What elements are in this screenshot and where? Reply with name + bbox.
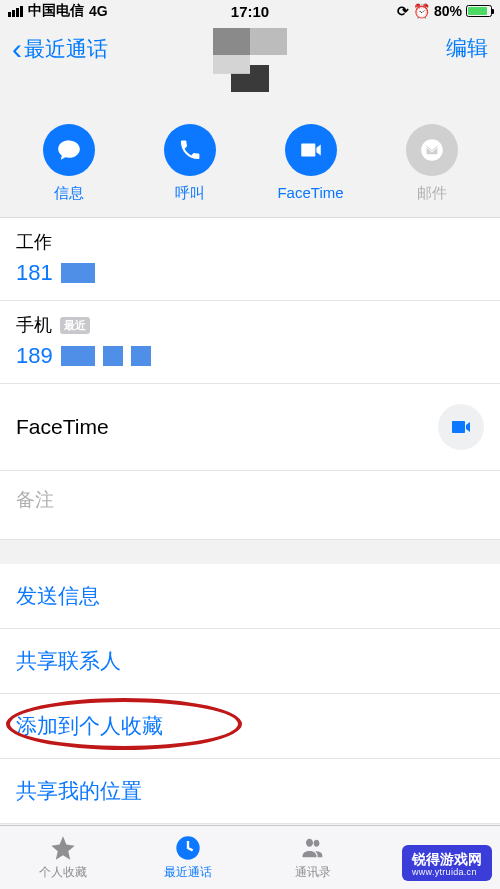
watermark-title: 锐得游戏网 bbox=[412, 851, 482, 867]
people-icon bbox=[298, 834, 328, 862]
work-phone-label: 工作 bbox=[16, 230, 484, 254]
masked-block bbox=[61, 346, 95, 366]
add-favorite-label: 添加到个人收藏 bbox=[16, 714, 163, 737]
phone-icon bbox=[164, 124, 216, 176]
recent-badge: 最近 bbox=[60, 317, 90, 334]
tab-recents-label: 最近通话 bbox=[164, 864, 212, 881]
tab-recents[interactable]: 最近通话 bbox=[125, 826, 250, 889]
video-icon bbox=[285, 124, 337, 176]
notes-label: 备注 bbox=[16, 489, 54, 510]
loading-icon: ⟳ bbox=[397, 3, 409, 19]
message-icon bbox=[43, 124, 95, 176]
share-contact-row[interactable]: 共享联系人 bbox=[0, 629, 500, 694]
facetime-label: FaceTime bbox=[277, 184, 343, 201]
chevron-left-icon: ‹ bbox=[12, 34, 22, 64]
facetime-video-button[interactable] bbox=[438, 404, 484, 450]
video-icon bbox=[449, 415, 473, 439]
battery-percent-label: 80% bbox=[434, 3, 462, 19]
mail-icon bbox=[406, 124, 458, 176]
mobile-phone-section[interactable]: 手机 最近 189 bbox=[0, 301, 500, 384]
alarm-icon: ⏰ bbox=[413, 3, 430, 19]
watermark-badge: 锐得游戏网 www.ytruida.cn bbox=[402, 845, 492, 881]
tab-contacts[interactable]: 通讯录 bbox=[250, 826, 375, 889]
send-message-row[interactable]: 发送信息 bbox=[0, 564, 500, 629]
clock-icon bbox=[173, 834, 203, 862]
battery-icon bbox=[466, 5, 492, 17]
mobile-phone-number: 189 bbox=[16, 343, 53, 369]
facetime-row-label: FaceTime bbox=[16, 415, 109, 439]
carrier-label: 中国电信 bbox=[28, 2, 84, 20]
call-label: 呼叫 bbox=[175, 184, 205, 203]
message-action[interactable]: 信息 bbox=[10, 124, 126, 203]
masked-block bbox=[61, 263, 95, 283]
nav-bar: ‹ 最近通话 编辑 bbox=[0, 22, 500, 102]
mail-action: 邮件 bbox=[373, 124, 489, 203]
call-action[interactable]: 呼叫 bbox=[131, 124, 247, 203]
action-row: 信息 呼叫 FaceTime 邮件 bbox=[0, 102, 500, 218]
work-phone-section[interactable]: 工作 181 bbox=[0, 218, 500, 301]
share-contact-label: 共享联系人 bbox=[16, 649, 121, 672]
contact-avatar bbox=[213, 28, 287, 110]
back-label: 最近通话 bbox=[24, 35, 108, 63]
watermark-url: www.ytruida.cn bbox=[412, 867, 482, 877]
add-favorite-row[interactable]: 添加到个人收藏 bbox=[0, 694, 500, 759]
network-label: 4G bbox=[89, 3, 108, 19]
edit-button[interactable]: 编辑 bbox=[446, 34, 488, 62]
tab-favorites-label: 个人收藏 bbox=[39, 864, 87, 881]
tab-contacts-label: 通讯录 bbox=[295, 864, 331, 881]
back-button[interactable]: ‹ 最近通话 bbox=[12, 34, 108, 64]
mobile-phone-label: 手机 bbox=[16, 313, 52, 337]
message-label: 信息 bbox=[54, 184, 84, 203]
work-phone-number: 181 bbox=[16, 260, 53, 286]
facetime-row: FaceTime bbox=[0, 384, 500, 471]
notes-row[interactable]: 备注 bbox=[0, 471, 500, 540]
share-location-row[interactable]: 共享我的位置 bbox=[0, 759, 500, 824]
mail-label: 邮件 bbox=[417, 184, 447, 203]
share-location-label: 共享我的位置 bbox=[16, 779, 142, 802]
masked-block bbox=[103, 346, 123, 366]
section-gap bbox=[0, 540, 500, 564]
facetime-action[interactable]: FaceTime bbox=[252, 124, 368, 203]
masked-block bbox=[131, 346, 151, 366]
signal-bars-icon bbox=[8, 6, 23, 17]
send-message-label: 发送信息 bbox=[16, 584, 100, 607]
star-icon bbox=[48, 834, 78, 862]
status-bar: 中国电信 4G 17:10 ⟳ ⏰ 80% bbox=[0, 0, 500, 22]
tab-favorites[interactable]: 个人收藏 bbox=[0, 826, 125, 889]
